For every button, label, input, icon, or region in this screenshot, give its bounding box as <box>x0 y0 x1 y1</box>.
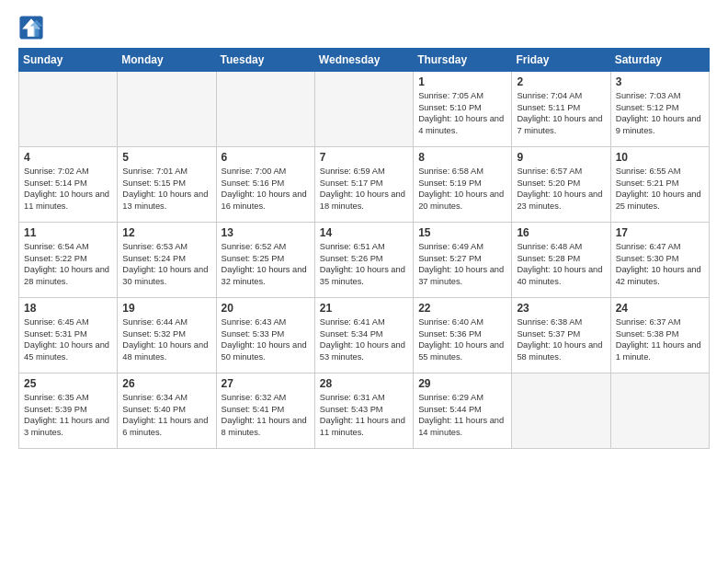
calendar-cell: 1Sunrise: 7:05 AM Sunset: 5:10 PM Daylig… <box>414 72 512 147</box>
calendar-cell: 28Sunrise: 6:31 AM Sunset: 5:43 PM Dayli… <box>314 373 413 449</box>
day-number: 18 <box>24 302 112 315</box>
calendar-cell: 4Sunrise: 7:02 AM Sunset: 5:14 PM Daylig… <box>19 147 118 223</box>
day-info: Sunrise: 6:54 AM Sunset: 5:22 PM Dayligh… <box>24 241 112 287</box>
calendar-cell: 5Sunrise: 7:01 AM Sunset: 5:15 PM Daylig… <box>118 147 216 223</box>
day-number: 14 <box>320 226 408 239</box>
day-info: Sunrise: 6:43 AM Sunset: 5:33 PM Dayligh… <box>222 316 310 362</box>
logo <box>18 15 48 40</box>
day-number: 5 <box>122 151 210 164</box>
calendar-week-3: 11Sunrise: 6:54 AM Sunset: 5:22 PM Dayli… <box>19 223 710 298</box>
weekday-header-tuesday: Tuesday <box>216 49 314 72</box>
calendar-cell: 2Sunrise: 7:04 AM Sunset: 5:11 PM Daylig… <box>512 72 610 147</box>
calendar-cell <box>314 72 413 147</box>
day-number: 12 <box>122 226 210 239</box>
day-info: Sunrise: 6:41 AM Sunset: 5:34 PM Dayligh… <box>320 316 408 362</box>
day-info: Sunrise: 6:49 AM Sunset: 5:27 PM Dayligh… <box>418 241 506 287</box>
day-info: Sunrise: 7:01 AM Sunset: 5:15 PM Dayligh… <box>122 166 210 212</box>
calendar-week-1: 1Sunrise: 7:05 AM Sunset: 5:10 PM Daylig… <box>19 72 710 147</box>
calendar-cell: 11Sunrise: 6:54 AM Sunset: 5:22 PM Dayli… <box>19 223 118 298</box>
day-info: Sunrise: 6:29 AM Sunset: 5:44 PM Dayligh… <box>418 392 506 438</box>
weekday-header-wednesday: Wednesday <box>314 49 413 72</box>
calendar-cell: 6Sunrise: 7:00 AM Sunset: 5:16 PM Daylig… <box>216 147 314 223</box>
calendar-cell: 15Sunrise: 6:49 AM Sunset: 5:27 PM Dayli… <box>414 223 512 298</box>
day-number: 21 <box>320 302 408 315</box>
day-number: 3 <box>616 75 704 88</box>
calendar-cell: 16Sunrise: 6:48 AM Sunset: 5:28 PM Dayli… <box>512 223 610 298</box>
day-number: 17 <box>616 226 704 239</box>
calendar-cell: 17Sunrise: 6:47 AM Sunset: 5:30 PM Dayli… <box>610 223 709 298</box>
calendar-cell: 21Sunrise: 6:41 AM Sunset: 5:34 PM Dayli… <box>314 298 413 373</box>
day-info: Sunrise: 7:04 AM Sunset: 5:11 PM Dayligh… <box>517 90 605 136</box>
day-number: 6 <box>222 151 310 164</box>
day-info: Sunrise: 6:53 AM Sunset: 5:24 PM Dayligh… <box>122 241 210 287</box>
weekday-header-monday: Monday <box>118 49 216 72</box>
day-number: 16 <box>517 226 605 239</box>
weekday-header-sunday: Sunday <box>19 49 118 72</box>
calendar-week-5: 25Sunrise: 6:35 AM Sunset: 5:39 PM Dayli… <box>19 373 710 449</box>
calendar-cell: 26Sunrise: 6:34 AM Sunset: 5:40 PM Dayli… <box>118 373 216 449</box>
calendar-cell <box>118 72 216 147</box>
calendar-cell: 19Sunrise: 6:44 AM Sunset: 5:32 PM Dayli… <box>118 298 216 373</box>
weekday-header-friday: Friday <box>512 49 610 72</box>
day-info: Sunrise: 6:38 AM Sunset: 5:37 PM Dayligh… <box>517 316 605 362</box>
day-number: 26 <box>122 377 210 390</box>
page: SundayMondayTuesdayWednesdayThursdayFrid… <box>0 0 728 458</box>
calendar-table: SundayMondayTuesdayWednesdayThursdayFrid… <box>18 48 710 449</box>
calendar-cell: 27Sunrise: 6:32 AM Sunset: 5:41 PM Dayli… <box>216 373 314 449</box>
day-number: 24 <box>616 302 704 315</box>
day-info: Sunrise: 6:55 AM Sunset: 5:21 PM Dayligh… <box>616 166 704 212</box>
day-number: 4 <box>24 151 112 164</box>
calendar-cell: 29Sunrise: 6:29 AM Sunset: 5:44 PM Dayli… <box>414 373 512 449</box>
calendar-cell <box>216 72 314 147</box>
calendar-cell: 7Sunrise: 6:59 AM Sunset: 5:17 PM Daylig… <box>314 147 413 223</box>
day-info: Sunrise: 6:52 AM Sunset: 5:25 PM Dayligh… <box>222 241 310 287</box>
day-number: 28 <box>320 377 408 390</box>
calendar-cell: 9Sunrise: 6:57 AM Sunset: 5:20 PM Daylig… <box>512 147 610 223</box>
day-number: 27 <box>222 377 310 390</box>
day-info: Sunrise: 6:31 AM Sunset: 5:43 PM Dayligh… <box>320 392 408 438</box>
day-number: 29 <box>418 377 506 390</box>
day-number: 25 <box>24 377 112 390</box>
weekday-header-saturday: Saturday <box>610 49 709 72</box>
day-info: Sunrise: 6:35 AM Sunset: 5:39 PM Dayligh… <box>24 392 112 438</box>
calendar-cell: 20Sunrise: 6:43 AM Sunset: 5:33 PM Dayli… <box>216 298 314 373</box>
logo-icon <box>18 15 44 40</box>
day-number: 20 <box>222 302 310 315</box>
calendar-cell: 23Sunrise: 6:38 AM Sunset: 5:37 PM Dayli… <box>512 298 610 373</box>
calendar-cell: 8Sunrise: 6:58 AM Sunset: 5:19 PM Daylig… <box>414 147 512 223</box>
day-info: Sunrise: 6:58 AM Sunset: 5:19 PM Dayligh… <box>418 166 506 212</box>
calendar-cell: 14Sunrise: 6:51 AM Sunset: 5:26 PM Dayli… <box>314 223 413 298</box>
day-number: 8 <box>418 151 506 164</box>
day-number: 2 <box>517 75 605 88</box>
day-number: 23 <box>517 302 605 315</box>
day-info: Sunrise: 7:05 AM Sunset: 5:10 PM Dayligh… <box>418 90 506 136</box>
day-number: 1 <box>418 75 506 88</box>
day-info: Sunrise: 7:00 AM Sunset: 5:16 PM Dayligh… <box>222 166 310 212</box>
day-info: Sunrise: 6:32 AM Sunset: 5:41 PM Dayligh… <box>222 392 310 438</box>
day-info: Sunrise: 6:37 AM Sunset: 5:38 PM Dayligh… <box>616 316 704 362</box>
calendar-cell: 12Sunrise: 6:53 AM Sunset: 5:24 PM Dayli… <box>118 223 216 298</box>
day-info: Sunrise: 6:51 AM Sunset: 5:26 PM Dayligh… <box>320 241 408 287</box>
calendar-week-2: 4Sunrise: 7:02 AM Sunset: 5:14 PM Daylig… <box>19 147 710 223</box>
day-number: 10 <box>616 151 704 164</box>
day-info: Sunrise: 6:59 AM Sunset: 5:17 PM Dayligh… <box>320 166 408 212</box>
day-number: 15 <box>418 226 506 239</box>
day-info: Sunrise: 7:03 AM Sunset: 5:12 PM Dayligh… <box>616 90 704 136</box>
day-number: 11 <box>24 226 112 239</box>
day-info: Sunrise: 6:40 AM Sunset: 5:36 PM Dayligh… <box>418 316 506 362</box>
day-info: Sunrise: 6:47 AM Sunset: 5:30 PM Dayligh… <box>616 241 704 287</box>
calendar-cell: 10Sunrise: 6:55 AM Sunset: 5:21 PM Dayli… <box>610 147 709 223</box>
calendar-cell <box>610 373 709 449</box>
day-number: 7 <box>320 151 408 164</box>
day-info: Sunrise: 6:45 AM Sunset: 5:31 PM Dayligh… <box>24 316 112 362</box>
weekday-header-thursday: Thursday <box>414 49 512 72</box>
calendar-cell <box>512 373 610 449</box>
calendar-cell: 18Sunrise: 6:45 AM Sunset: 5:31 PM Dayli… <box>19 298 118 373</box>
calendar-cell <box>19 72 118 147</box>
day-info: Sunrise: 6:48 AM Sunset: 5:28 PM Dayligh… <box>517 241 605 287</box>
day-info: Sunrise: 6:44 AM Sunset: 5:32 PM Dayligh… <box>122 316 210 362</box>
day-info: Sunrise: 6:57 AM Sunset: 5:20 PM Dayligh… <box>517 166 605 212</box>
day-number: 9 <box>517 151 605 164</box>
day-info: Sunrise: 6:34 AM Sunset: 5:40 PM Dayligh… <box>122 392 210 438</box>
calendar-cell: 22Sunrise: 6:40 AM Sunset: 5:36 PM Dayli… <box>414 298 512 373</box>
